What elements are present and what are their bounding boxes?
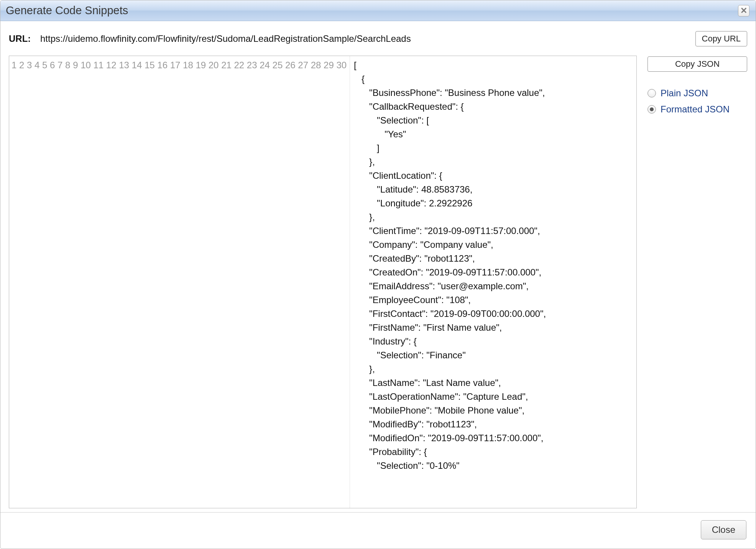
close-icon-button[interactable]: ✕ (738, 5, 749, 16)
radio-label: Plain JSON (661, 88, 708, 99)
generate-code-snippets-dialog: Generate Code Snippets ✕ URL: https://ui… (0, 0, 756, 549)
url-row: URL: https://uidemo.flowfinity.com/Flowf… (9, 31, 747, 46)
radio-label: Formatted JSON (661, 104, 730, 115)
code-box[interactable]: 1 2 3 4 5 6 7 8 9 10 11 12 13 14 15 16 1… (9, 56, 637, 508)
radio-icon (648, 89, 656, 97)
dialog-footer: Close (0, 512, 756, 549)
dialog-body: URL: https://uidemo.flowfinity.com/Flowf… (0, 21, 756, 512)
close-button[interactable]: Close (701, 520, 746, 539)
radio-plain-json[interactable]: Plain JSON (648, 88, 747, 99)
dialog-titlebar: Generate Code Snippets ✕ (0, 0, 756, 21)
close-icon: ✕ (740, 6, 747, 16)
radio-icon (648, 105, 656, 114)
copy-json-button[interactable]: Copy JSON (648, 56, 747, 72)
copy-url-button[interactable]: Copy URL (695, 31, 747, 46)
url-label: URL: (9, 33, 36, 44)
sidebar: Copy JSON Plain JSON Formatted JSON (648, 56, 747, 508)
radio-formatted-json[interactable]: Formatted JSON (648, 104, 747, 115)
code-content: [ { "BusinessPhone": "Business Phone val… (350, 56, 636, 508)
url-value: https://uidemo.flowfinity.com/Flowfinity… (40, 33, 691, 44)
line-number-gutter: 1 2 3 4 5 6 7 8 9 10 11 12 13 14 15 16 1… (9, 56, 350, 508)
content-row: 1 2 3 4 5 6 7 8 9 10 11 12 13 14 15 16 1… (9, 56, 747, 508)
dialog-title: Generate Code Snippets (6, 4, 128, 17)
json-format-radio-group: Plain JSON Formatted JSON (648, 88, 747, 115)
